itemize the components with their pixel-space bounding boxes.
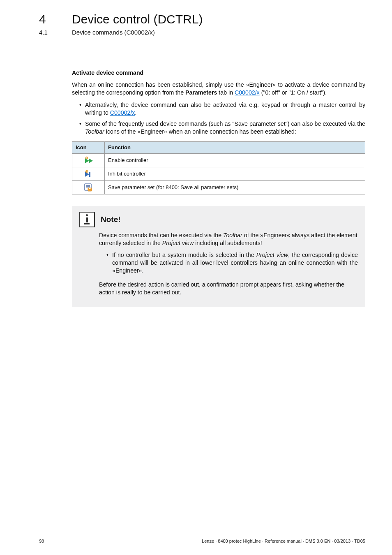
inhibit-controller-icon bbox=[72, 167, 105, 180]
divider-line: _ _ _ _ _ _ _ _ _ _ _ _ _ _ _ _ _ _ _ _ … bbox=[39, 47, 365, 54]
note-title: Note! bbox=[101, 214, 121, 225]
table-row: Inhibit controller bbox=[72, 167, 365, 180]
cell-function: Save parameter set (for 8400: Save all p… bbox=[105, 180, 365, 194]
svg-line-7 bbox=[86, 171, 88, 172]
link-c00002[interactable]: C00002/x bbox=[235, 89, 260, 96]
chapter-number: 4 bbox=[39, 12, 55, 26]
note-paragraph-2: Before the desired action is carried out… bbox=[99, 281, 358, 296]
bullet-toolbar: Some of the frequently used device comma… bbox=[79, 120, 365, 136]
table-row: Enable controller bbox=[72, 153, 365, 167]
link-c00002-alt[interactable]: C00002/x bbox=[110, 109, 135, 116]
cell-function: Enable controller bbox=[105, 153, 365, 167]
svg-line-3 bbox=[86, 157, 88, 159]
info-icon bbox=[79, 212, 95, 227]
svg-rect-13 bbox=[89, 188, 91, 189]
svg-rect-5 bbox=[89, 172, 90, 177]
save-parameter-icon bbox=[72, 180, 105, 194]
main-content: Activate device command When an online c… bbox=[72, 69, 365, 307]
section-heading: Activate device command bbox=[72, 69, 365, 77]
section-title: Device commands (C00002/x) bbox=[72, 29, 155, 36]
note-box: Note! Device commands that can be execut… bbox=[72, 206, 365, 307]
footer-info: Lenze · 8400 protec HighLine · Reference… bbox=[202, 539, 365, 543]
icon-function-table: Icon Function Enable controller bbox=[72, 141, 365, 194]
intro-paragraph: When an online connection has been estab… bbox=[72, 81, 365, 97]
table-row: Save parameter set (for 8400: Save all p… bbox=[72, 180, 365, 194]
cell-function: Inhibit controller bbox=[105, 167, 365, 180]
page-number: 98 bbox=[39, 539, 44, 543]
th-function: Function bbox=[105, 142, 365, 154]
bullet-alt: Alternatively, the device command can al… bbox=[79, 101, 365, 117]
note-bullet: If no controller but a system module is … bbox=[106, 251, 358, 275]
chapter-title: Device control (DCTRL) bbox=[72, 12, 203, 26]
section-number: 4.1 bbox=[39, 29, 55, 36]
th-icon: Icon bbox=[72, 142, 105, 154]
note-paragraph: Device commands that can be executed via… bbox=[99, 231, 358, 247]
svg-marker-1 bbox=[89, 158, 93, 163]
enable-controller-icon bbox=[72, 153, 105, 167]
